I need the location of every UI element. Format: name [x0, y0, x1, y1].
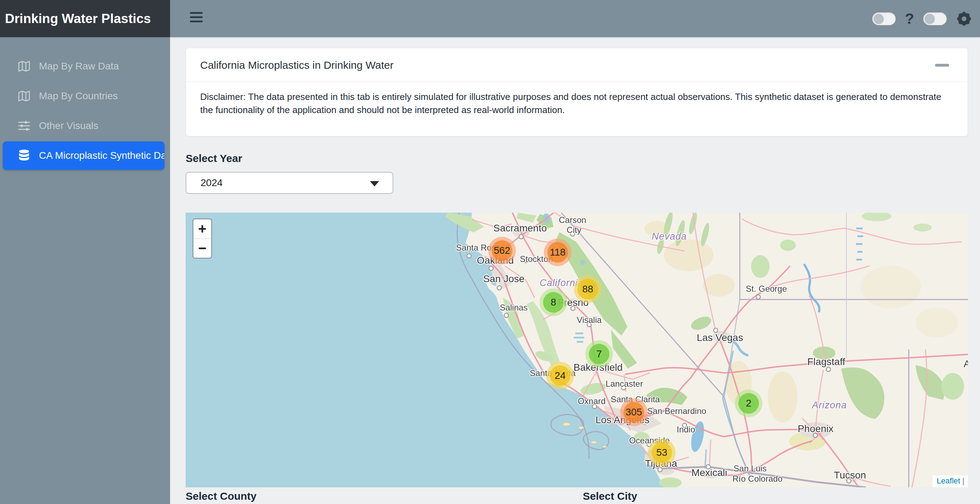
- sidebar-item-map-by-countries[interactable]: Map By Countries: [0, 82, 170, 110]
- card-header: California Microplastics in Drinking Wat…: [186, 48, 967, 82]
- toggle-switch-2[interactable]: [923, 13, 947, 25]
- select-city-label: Select City: [583, 490, 637, 502]
- cluster-marker-118[interactable]: 118: [544, 239, 571, 266]
- card-body: Disclaimer: The data presented in this t…: [186, 82, 967, 116]
- toggle-knob: [874, 14, 884, 24]
- help-icon[interactable]: ?: [905, 11, 914, 26]
- sliders-icon: [17, 119, 31, 133]
- database-icon: [17, 148, 31, 163]
- disclaimer-text: Disclaimer: The data presented in this t…: [200, 90, 955, 116]
- map[interactable]: CarsonCitySacramentoNevadaSanta RosaOakl…: [186, 213, 968, 487]
- cluster-layer: 562118888724305253: [186, 213, 968, 487]
- sidebar-item-label: Other Visuals: [39, 120, 99, 131]
- sidebar-item-label: Map By Countries: [39, 90, 118, 102]
- cluster-marker-7[interactable]: 7: [585, 340, 613, 368]
- topbar-actions: ?: [872, 0, 972, 37]
- collapse-card-button[interactable]: [935, 64, 949, 67]
- sidebar: Map By Raw DataMap By CountriesOther Vis…: [0, 37, 170, 504]
- select-year-label: Select Year: [186, 152, 242, 164]
- year-dropdown[interactable]: 2024: [186, 172, 393, 194]
- sidebar-toggle-button[interactable]: [190, 12, 204, 25]
- map-attribution: Leaflet |: [932, 475, 968, 487]
- cluster-marker-305[interactable]: 305: [620, 399, 648, 426]
- attribution-separator: |: [962, 476, 964, 485]
- sidebar-menu: Map By Raw DataMap By CountriesOther Vis…: [0, 52, 170, 170]
- sidebar-item-other-visuals[interactable]: Other Visuals: [0, 112, 170, 140]
- cluster-count: 53: [652, 442, 672, 463]
- toggle-knob: [925, 14, 935, 24]
- cluster-count: 88: [578, 279, 598, 300]
- zoom-out-button[interactable]: −: [193, 239, 211, 258]
- info-card: California Microplastics in Drinking Wat…: [186, 48, 968, 136]
- cluster-marker-88[interactable]: 88: [574, 275, 601, 303]
- leaflet-link[interactable]: Leaflet: [937, 476, 960, 485]
- app-title: Drinking Water Plastics: [0, 0, 170, 37]
- sidebar-item-ca-microplastic-synthetic-data[interactable]: CA Microplastic Synthetic Data: [3, 142, 164, 170]
- topbar: Drinking Water Plastics ?: [0, 0, 980, 37]
- map-icon: [17, 89, 31, 103]
- map-icon: [17, 59, 31, 73]
- zoom-in-button[interactable]: +: [193, 219, 211, 239]
- gear-icon[interactable]: [956, 11, 972, 27]
- sidebar-item-label: CA Microplastic Synthetic Data: [39, 150, 164, 161]
- sidebar-item-label: Map By Raw Data: [39, 61, 119, 72]
- cluster-marker-8[interactable]: 8: [539, 289, 567, 316]
- cluster-marker-2[interactable]: 2: [735, 389, 762, 417]
- cluster-count: 118: [547, 242, 568, 263]
- year-dropdown-value: 2024: [200, 172, 223, 193]
- cluster-count: 2: [738, 393, 759, 414]
- cluster-count: 8: [543, 292, 564, 313]
- app-window: Drinking Water Plastics ? Map By Raw Dat…: [0, 0, 980, 504]
- cluster-marker-24[interactable]: 24: [546, 362, 574, 389]
- select-county-label: Select County: [186, 490, 256, 502]
- cluster-marker-562[interactable]: 562: [488, 237, 516, 265]
- cluster-marker-53[interactable]: 53: [648, 439, 676, 466]
- cluster-count: 7: [589, 344, 609, 364]
- cluster-count: 24: [550, 365, 570, 386]
- cluster-count: 305: [624, 402, 644, 423]
- card-title: California Microplastics in Drinking Wat…: [200, 48, 394, 82]
- sidebar-item-map-by-raw-data[interactable]: Map By Raw Data: [0, 52, 170, 80]
- map-zoom-control: + −: [192, 219, 212, 259]
- chevron-down-icon: [370, 181, 379, 187]
- cluster-count: 562: [492, 240, 512, 261]
- toggle-switch-1[interactable]: [872, 13, 896, 25]
